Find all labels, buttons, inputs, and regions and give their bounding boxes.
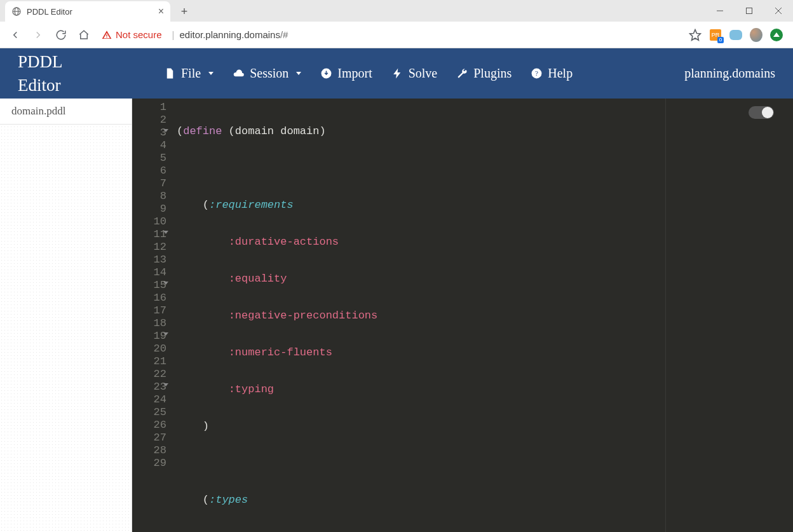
- bolt-icon: [391, 67, 403, 79]
- address-bar[interactable]: Not secure | editor.planning.domains/#: [102, 25, 676, 44]
- menu-session[interactable]: Session: [233, 66, 301, 81]
- url-text: editor.planning.domains/#: [179, 29, 288, 40]
- fold-icon[interactable]: [163, 231, 168, 234]
- fold-icon[interactable]: [163, 383, 168, 386]
- update-available-icon[interactable]: [770, 29, 783, 41]
- reload-button[interactable]: [51, 25, 71, 45]
- line-number: 12: [132, 241, 166, 254]
- close-icon[interactable]: ×: [158, 6, 164, 17]
- sidebar-background: [0, 125, 132, 532]
- line-number: 11: [132, 228, 166, 241]
- file-icon: [164, 67, 176, 79]
- line-number: 3: [132, 126, 166, 139]
- window-controls: [705, 0, 793, 22]
- app-brand: PDDL Editor: [18, 50, 151, 97]
- back-button[interactable]: [5, 25, 25, 45]
- browser-titlebar: PDDL Editor × +: [0, 0, 793, 22]
- line-number: 19: [132, 330, 166, 343]
- fold-icon[interactable]: [163, 282, 168, 285]
- menu-solve-label: Solve: [409, 66, 438, 81]
- menu-plugins-label: Plugins: [473, 66, 512, 81]
- brand-line-2: Editor: [18, 74, 151, 97]
- line-number: 7: [132, 177, 166, 190]
- not-secure-warning[interactable]: Not secure: [102, 29, 162, 40]
- line-number: 29: [132, 457, 166, 470]
- line-number: 6: [132, 165, 166, 177]
- not-secure-label: Not secure: [116, 29, 162, 40]
- planning-domains-link[interactable]: planning.domains: [684, 66, 775, 81]
- file-sidebar: domain.pddl: [0, 99, 132, 532]
- line-number: 16: [132, 292, 166, 304]
- line-number: 28: [132, 444, 166, 457]
- menu-file-label: File: [181, 66, 201, 81]
- menu-plugins[interactable]: Plugins: [456, 66, 512, 81]
- new-tab-button[interactable]: +: [175, 3, 193, 20]
- line-number: 22: [132, 368, 166, 381]
- cloud-icon: [233, 67, 245, 79]
- line-number: 4: [132, 139, 166, 152]
- line-number: 20: [132, 343, 166, 355]
- line-number: 26: [132, 419, 166, 432]
- line-number: 5: [132, 152, 166, 165]
- code-content[interactable]: (define (domain domain) (:requirements :…: [172, 99, 793, 532]
- menu-import-label: Import: [337, 66, 372, 81]
- help-icon: ?: [531, 67, 543, 79]
- line-gutter: 1234567891011121314151617181920212223242…: [132, 99, 172, 532]
- line-number: 1: [132, 101, 166, 114]
- menu-help-label: Help: [548, 66, 573, 81]
- bookmark-star-icon[interactable]: [689, 29, 702, 41]
- line-number: 21: [132, 355, 166, 368]
- line-number: 9: [132, 203, 166, 215]
- extension-icons: PR0: [684, 29, 788, 41]
- line-number: 14: [132, 266, 166, 279]
- extension-pr-icon[interactable]: PR0: [709, 29, 722, 41]
- download-icon: [320, 67, 332, 79]
- fold-icon[interactable]: [163, 332, 168, 336]
- close-window-button[interactable]: [764, 0, 793, 22]
- line-number: 10: [132, 215, 166, 228]
- line-number: 27: [132, 432, 166, 444]
- line-number: 13: [132, 254, 166, 266]
- line-number: 25: [132, 406, 166, 419]
- line-number: 8: [132, 190, 166, 203]
- minimize-button[interactable]: [705, 0, 735, 22]
- editor-toggle-switch[interactable]: [749, 106, 774, 119]
- app-menu: File Session Import Solve Plugins ? Help: [164, 66, 684, 81]
- svg-marker-7: [690, 29, 701, 40]
- tab-title: PDDL Editor: [27, 7, 153, 17]
- profile-avatar[interactable]: [750, 29, 762, 41]
- extension-goggles-icon[interactable]: [729, 29, 742, 41]
- chevron-down-icon: [296, 72, 301, 75]
- line-number: 18: [132, 317, 166, 330]
- menu-import[interactable]: Import: [320, 66, 372, 81]
- line-number: 24: [132, 393, 166, 406]
- line-number: 17: [132, 304, 166, 317]
- forward-button[interactable]: [28, 25, 48, 45]
- home-button[interactable]: [74, 25, 94, 45]
- editor-margin-line: [665, 99, 666, 532]
- warning-icon: [102, 30, 112, 40]
- fold-icon[interactable]: [163, 129, 168, 132]
- line-number: 15: [132, 279, 166, 292]
- maximize-button[interactable]: [735, 0, 764, 22]
- workspace: domain.pddl 1234567891011121314151617181…: [0, 99, 793, 532]
- line-number: 23: [132, 381, 166, 393]
- code-editor[interactable]: 1234567891011121314151617181920212223242…: [132, 99, 793, 532]
- app-header: PDDL Editor File Session Import Solve Pl…: [0, 48, 793, 99]
- chevron-down-icon: [208, 72, 214, 75]
- browser-tab[interactable]: PDDL Editor ×: [5, 1, 170, 22]
- svg-rect-4: [747, 8, 752, 14]
- globe-icon: [11, 6, 22, 17]
- svg-text:?: ?: [535, 69, 538, 77]
- line-number: 2: [132, 114, 166, 126]
- browser-toolbar: Not secure | editor.planning.domains/# P…: [0, 22, 793, 48]
- tab-strip: PDDL Editor × +: [0, 0, 193, 22]
- menu-session-label: Session: [250, 66, 288, 81]
- sidebar-file-tab[interactable]: domain.pddl: [0, 99, 132, 125]
- menu-file[interactable]: File: [164, 66, 214, 81]
- wrench-icon: [456, 67, 468, 79]
- brand-line-1: PDDL: [18, 50, 151, 73]
- menu-solve[interactable]: Solve: [391, 66, 438, 81]
- menu-help[interactable]: ? Help: [531, 66, 573, 81]
- separator: |: [172, 29, 175, 40]
